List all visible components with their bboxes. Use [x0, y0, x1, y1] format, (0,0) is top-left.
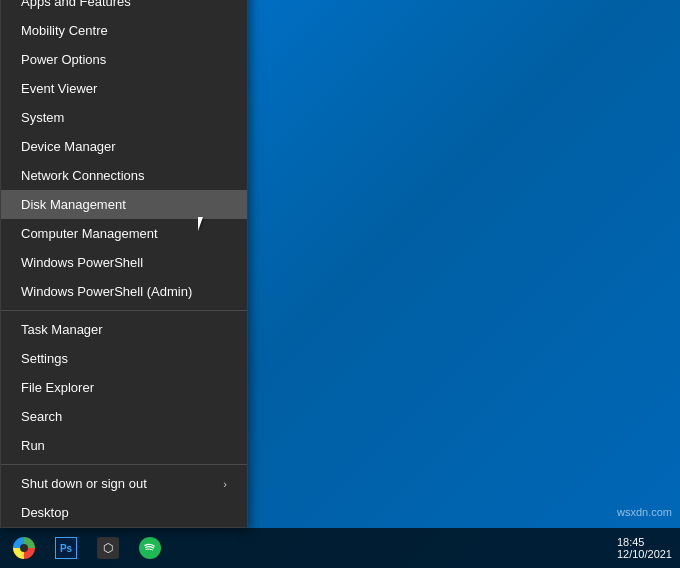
menu-item-label-computer-management: Computer Management — [21, 226, 158, 241]
menu-item-label-windows-powershell: Windows PowerShell — [21, 255, 143, 270]
photoshop-icon: Ps — [55, 537, 77, 559]
unity-taskbar-icon[interactable]: ⬡ — [88, 528, 128, 568]
taskbar-time: 18:4512/10/2021 — [617, 536, 672, 560]
chrome-icon — [13, 537, 35, 559]
menu-item-desktop[interactable]: Desktop — [1, 498, 247, 527]
context-menu: Apps and FeaturesMobility CentrePower Op… — [0, 0, 248, 528]
menu-item-network-connections[interactable]: Network Connections — [1, 161, 247, 190]
menu-item-label-event-viewer: Event Viewer — [21, 81, 97, 96]
menu-item-label-device-manager: Device Manager — [21, 139, 116, 154]
menu-item-label-run: Run — [21, 438, 45, 453]
photoshop-taskbar-icon[interactable]: Ps — [46, 528, 86, 568]
menu-item-device-manager[interactable]: Device Manager — [1, 132, 247, 161]
menu-item-mobility-centre[interactable]: Mobility Centre — [1, 16, 247, 45]
menu-item-shut-down-sign-out[interactable]: Shut down or sign out› — [1, 469, 247, 498]
spotify-icon — [139, 537, 161, 559]
menu-item-label-disk-management: Disk Management — [21, 197, 126, 212]
menu-item-label-apps-features: Apps and Features — [21, 0, 131, 9]
watermark: wsxdn.com — [617, 506, 672, 518]
menu-item-label-power-options: Power Options — [21, 52, 106, 67]
menu-item-label-task-manager: Task Manager — [21, 322, 103, 337]
menu-item-windows-powershell-admin[interactable]: Windows PowerShell (Admin) — [1, 277, 247, 306]
system-tray: 18:4512/10/2021 — [617, 536, 672, 560]
menu-item-settings[interactable]: Settings — [1, 344, 247, 373]
menu-item-run[interactable]: Run — [1, 431, 247, 460]
taskbar-right: 18:4512/10/2021 — [617, 536, 680, 560]
taskbar-left: Ps ⬡ — [0, 528, 170, 568]
menu-item-label-desktop: Desktop — [21, 505, 69, 520]
menu-item-label-system: System — [21, 110, 64, 125]
menu-item-apps-features[interactable]: Apps and Features — [1, 0, 247, 16]
menu-item-label-windows-powershell-admin: Windows PowerShell (Admin) — [21, 284, 192, 299]
desktop: Apps and FeaturesMobility CentrePower Op… — [0, 0, 680, 568]
spotify-taskbar-icon[interactable] — [130, 528, 170, 568]
menu-item-label-shut-down-sign-out: Shut down or sign out — [21, 476, 147, 491]
taskbar: Ps ⬡ 18:4512/10/2021 — [0, 528, 680, 568]
menu-item-label-network-connections: Network Connections — [21, 168, 145, 183]
unity-icon: ⬡ — [97, 537, 119, 559]
menu-item-power-options[interactable]: Power Options — [1, 45, 247, 74]
menu-divider — [1, 464, 247, 465]
menu-item-windows-powershell[interactable]: Windows PowerShell — [1, 248, 247, 277]
menu-item-label-search: Search — [21, 409, 62, 424]
menu-item-system[interactable]: System — [1, 103, 247, 132]
menu-item-label-file-explorer: File Explorer — [21, 380, 94, 395]
menu-item-file-explorer[interactable]: File Explorer — [1, 373, 247, 402]
menu-divider — [1, 310, 247, 311]
menu-item-label-settings: Settings — [21, 351, 68, 366]
menu-item-event-viewer[interactable]: Event Viewer — [1, 74, 247, 103]
menu-item-task-manager[interactable]: Task Manager — [1, 315, 247, 344]
menu-item-label-mobility-centre: Mobility Centre — [21, 23, 108, 38]
chrome-taskbar-icon[interactable] — [4, 528, 44, 568]
menu-item-computer-management[interactable]: Computer Management — [1, 219, 247, 248]
menu-item-arrow-shut-down-sign-out: › — [223, 478, 227, 490]
menu-item-search[interactable]: Search — [1, 402, 247, 431]
menu-item-disk-management[interactable]: Disk Management — [1, 190, 247, 219]
